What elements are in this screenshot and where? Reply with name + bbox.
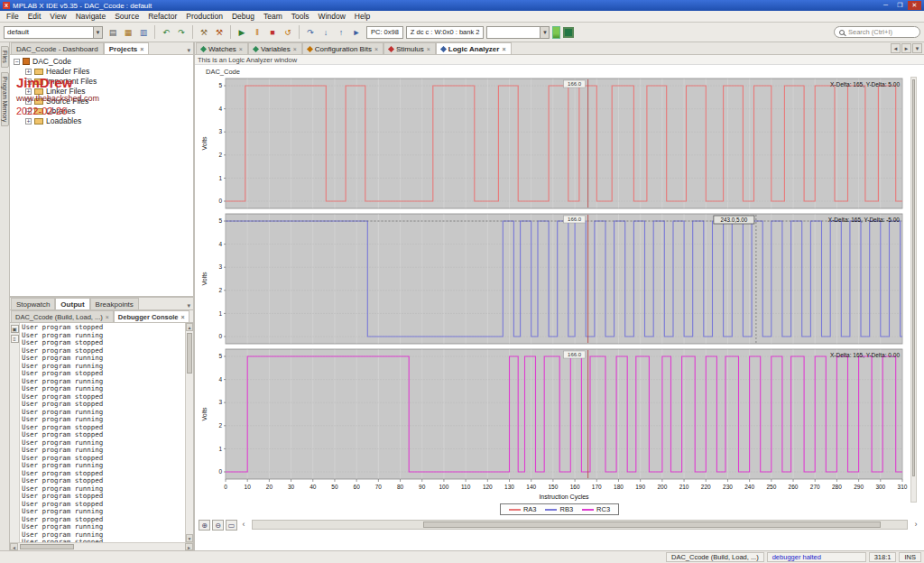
tree-root[interactable]: − DAC_Code: [10, 57, 193, 67]
toolbar-secondary-combobox[interactable]: ▼: [486, 26, 550, 39]
scrollbar-thumb[interactable]: [423, 521, 882, 528]
scroll-right-icon[interactable]: ►: [185, 543, 193, 550]
minimize-button[interactable]: ─: [879, 1, 892, 10]
close-icon[interactable]: ×: [239, 46, 243, 52]
memory-gauge-icon[interactable]: [552, 26, 560, 39]
close-icon[interactable]: ×: [427, 46, 430, 52]
scroll-left-icon[interactable]: ‹: [239, 520, 248, 531]
fit-view-icon[interactable]: ▭: [226, 520, 237, 531]
debug-project-icon[interactable]: ▶: [235, 25, 249, 40]
tree-item-important-files[interactable]: +Important Files: [10, 77, 193, 87]
tab-logic-analyzer[interactable]: Logic Analyzer×: [436, 42, 512, 54]
logic-analyzer-chart[interactable]: 012345Volts166.0X-Delta: 165, Y-Delta: 5…: [199, 77, 910, 503]
stop-icon[interactable]: ■: [265, 25, 280, 40]
tab-output[interactable]: Output: [55, 298, 89, 309]
tab-watches[interactable]: Watches×: [196, 42, 248, 54]
chart-horizontal-scrollbar[interactable]: [252, 520, 908, 530]
menu-source[interactable]: Source: [110, 12, 143, 21]
tab-stopwatch[interactable]: Stopwatch: [11, 298, 55, 309]
minimize-panel-icon[interactable]: ▾: [184, 302, 193, 309]
zoom-in-icon[interactable]: ⊕: [199, 520, 210, 531]
close-icon[interactable]: ×: [106, 314, 109, 320]
chart-vertical-scrollbar[interactable]: [910, 77, 917, 503]
step-over-icon[interactable]: ↷: [303, 25, 318, 40]
scrollbar-thumb[interactable]: [20, 544, 74, 549]
debugger-console[interactable]: User program stoppedUser program running…: [20, 323, 185, 542]
tree-item-source-files[interactable]: +Source Files: [10, 97, 193, 106]
close-icon[interactable]: ×: [181, 314, 185, 320]
status-task-tab[interactable]: DAC_Ccode (Build, Load, ...): [666, 552, 764, 562]
tree-item-loadables[interactable]: +Loadables: [10, 116, 193, 126]
tab-debugger-console[interactable]: Debugger Console×: [114, 310, 189, 322]
dock-tab-files[interactable]: Files: [1, 46, 9, 68]
close-icon[interactable]: ×: [140, 46, 143, 52]
menu-refactor[interactable]: Refactor: [143, 12, 181, 21]
scrollbar-thumb[interactable]: [187, 333, 192, 374]
save-all-icon[interactable]: ▥: [136, 25, 151, 40]
menu-team[interactable]: Team: [259, 12, 287, 21]
run-to-cursor-icon[interactable]: ►: [349, 25, 364, 40]
lock-console-icon[interactable]: ≡: [11, 335, 19, 343]
console-vertical-scrollbar[interactable]: ▲ ▼: [185, 323, 193, 542]
reset-icon[interactable]: ↺: [281, 25, 295, 40]
zoom-out-icon[interactable]: ⊖: [212, 520, 224, 531]
clean-build-icon[interactable]: ⚒: [212, 25, 226, 40]
expand-icon[interactable]: +: [25, 98, 32, 105]
scroll-left-icon[interactable]: ◄: [10, 543, 18, 550]
menu-file[interactable]: File: [2, 12, 23, 21]
menu-tools[interactable]: Tools: [287, 12, 314, 21]
step-out-icon[interactable]: ↑: [334, 25, 348, 40]
redo-icon[interactable]: ↷: [174, 25, 189, 40]
chevron-down-icon[interactable]: ▼: [93, 27, 102, 38]
step-into-icon[interactable]: ↓: [319, 25, 333, 40]
tab-dac-ccode-dashboard[interactable]: DAC_Ccode - Dashboard: [11, 42, 104, 54]
tab-list-icon[interactable]: ▼: [912, 43, 922, 53]
chevron-down-icon[interactable]: ▼: [540, 27, 549, 38]
expand-icon[interactable]: +: [25, 88, 32, 95]
tree-item-libraries[interactable]: +Libraries: [10, 106, 193, 116]
menu-production[interactable]: Production: [181, 12, 227, 21]
scroll-down-icon[interactable]: ▼: [186, 534, 193, 542]
new-file-icon[interactable]: ▤: [106, 25, 120, 40]
open-project-icon[interactable]: ▦: [121, 25, 135, 40]
tree-item-header-files[interactable]: +Header Files: [10, 67, 193, 77]
expand-icon[interactable]: +: [25, 118, 32, 125]
close-icon[interactable]: ×: [502, 46, 505, 52]
console-horizontal-scrollbar[interactable]: ◄ ►: [10, 542, 193, 550]
menu-view[interactable]: View: [45, 12, 70, 21]
tab-stimulus[interactable]: Stimulus×: [383, 42, 436, 54]
expand-icon[interactable]: +: [25, 78, 32, 85]
tab-variables[interactable]: Variables×: [248, 42, 302, 54]
menu-edit[interactable]: Edit: [23, 12, 46, 21]
close-icon[interactable]: ×: [374, 46, 378, 52]
tab-scroll-right-icon[interactable]: ►: [901, 43, 911, 53]
tab-configuration-bits[interactable]: Configuration Bits×: [302, 42, 383, 54]
project-config-combobox[interactable]: default ▼: [4, 26, 103, 39]
tab-dac-ccode-build-load[interactable]: DAC_Ccode (Build, Load, ...)×: [11, 310, 114, 322]
tab-breakpoints[interactable]: Breakpoints: [90, 298, 139, 309]
tree-item-linker-files[interactable]: +Linker Files: [10, 87, 193, 97]
svg-text:50: 50: [331, 484, 338, 490]
expand-icon[interactable]: +: [25, 69, 32, 75]
scroll-right-icon[interactable]: ›: [911, 520, 920, 531]
collapse-icon[interactable]: −: [14, 59, 20, 65]
pause-icon[interactable]: ‖: [250, 25, 264, 40]
tab-projects[interactable]: Projects×: [104, 42, 150, 54]
tab-scroll-left-icon[interactable]: ◄: [891, 43, 901, 53]
minimize-panel-icon[interactable]: ▾: [184, 47, 193, 54]
close-icon[interactable]: ×: [293, 46, 297, 52]
menu-help[interactable]: Help: [350, 12, 374, 21]
scroll-up-icon[interactable]: ▲: [186, 323, 193, 331]
maximize-button[interactable]: ❐: [893, 1, 907, 10]
close-button[interactable]: ✕: [908, 1, 921, 10]
expand-icon[interactable]: +: [25, 108, 32, 115]
dock-tab-program-memory[interactable]: Program Memory: [1, 72, 9, 126]
scrollbar-thumb[interactable]: [912, 79, 915, 476]
menu-window[interactable]: Window: [314, 12, 350, 21]
clear-console-icon[interactable]: ▣: [11, 325, 19, 333]
build-project-icon[interactable]: ⚒: [197, 25, 211, 40]
menu-navigate[interactable]: Navigate: [71, 12, 111, 21]
menu-debug[interactable]: Debug: [227, 12, 259, 21]
search-input[interactable]: Search (Ctrl+I): [834, 26, 920, 38]
undo-icon[interactable]: ↶: [159, 25, 173, 40]
